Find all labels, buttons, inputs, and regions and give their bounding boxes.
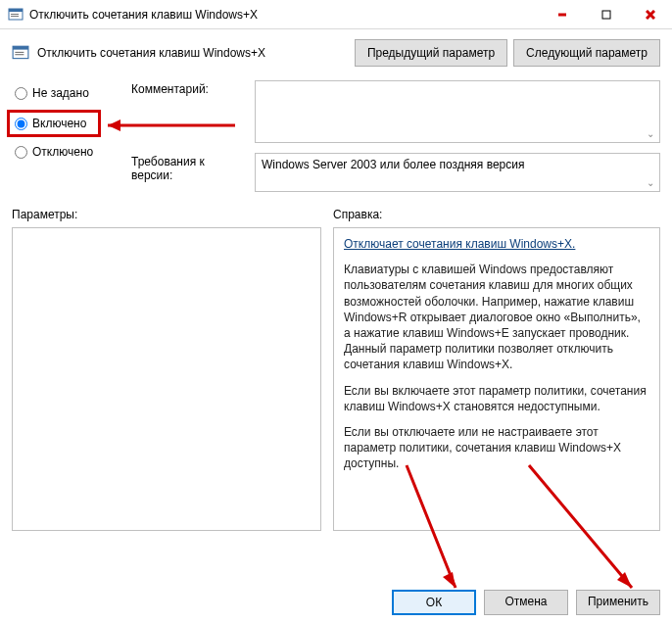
radio-not-configured-input[interactable] [15,87,27,100]
help-paragraph: Если вы отключаете или не настраиваете э… [344,424,649,472]
svg-rect-1 [9,9,23,12]
chevron-down-icon: ⌄ [644,175,657,189]
radio-not-configured-label: Не задано [32,86,89,100]
window-title: Отключить сочетания клавиш Windows+X [29,8,258,22]
radio-not-configured[interactable]: Не задано [12,84,120,102]
help-paragraph: Клавиатуры с клавишей Windows предоставл… [344,262,649,372]
help-panel: Отключает сочетания клавиш Windows+X. Кл… [333,227,660,531]
svg-rect-3 [11,16,19,17]
comment-field[interactable]: ⌄ [255,80,660,143]
svg-rect-9 [13,46,28,49]
policy-icon [8,7,24,23]
svg-rect-2 [11,14,19,15]
page-title: Отключить сочетания клавиш Windows+X [37,46,265,60]
previous-setting-button[interactable]: Предыдущий параметр [355,39,507,67]
radio-enabled[interactable]: Включено [12,115,94,132]
svg-marker-15 [443,572,456,588]
comment-label: Комментарий: [131,80,249,143]
svg-rect-10 [15,52,24,53]
minimize-button[interactable] [540,0,584,29]
requirements-label: Требования к версии: [131,153,249,192]
svg-marker-17 [617,572,632,588]
window-controls [540,0,672,29]
policy-icon [12,44,29,62]
requirements-field: Windows Server 2003 или более поздняя ве… [255,153,660,192]
help-paragraph: Если вы включаете этот параметр политики… [344,383,649,414]
radio-enabled-input[interactable] [15,118,27,130]
options-section-label: Параметры: [12,208,321,221]
titlebar: Отключить сочетания клавиш Windows+X [0,0,672,29]
header: Отключить сочетания клавиш Windows+X Пре… [0,29,672,72]
cancel-button[interactable]: Отмена [484,590,568,615]
help-section-label: Справка: [333,208,660,221]
radio-disabled-input[interactable] [15,146,27,159]
chevron-down-icon: ⌄ [644,126,657,140]
options-panel [12,227,321,531]
close-button[interactable] [628,0,672,29]
radio-disabled[interactable]: Отключено [12,143,120,161]
radio-disabled-label: Отключено [32,145,93,159]
svg-rect-5 [602,11,610,19]
requirements-value: Windows Server 2003 или более поздняя ве… [262,158,524,171]
maximize-button[interactable] [584,0,628,29]
next-setting-button[interactable]: Следующий параметр [513,39,660,67]
apply-button[interactable]: Применить [576,590,660,615]
ok-button[interactable]: ОК [392,590,476,615]
radio-enabled-label: Включено [32,117,86,130]
help-title: Отключает сочетания клавиш Windows+X. [344,236,649,252]
state-radio-group: Не задано Включено Отключено [12,80,120,192]
dialog-buttons: ОК Отмена Применить [392,590,660,615]
svg-rect-11 [15,54,24,55]
